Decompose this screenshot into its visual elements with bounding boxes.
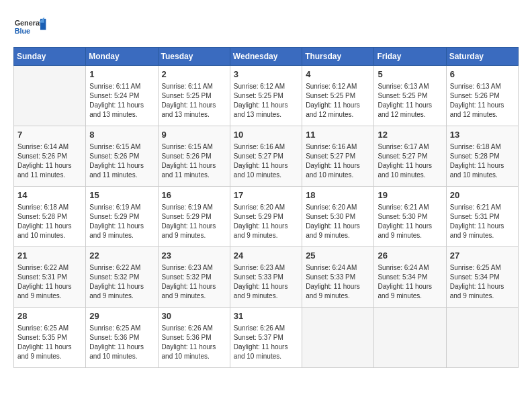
day-info: Sunrise: 6:25 AMSunset: 5:35 PMDaylight:… xyxy=(17,324,82,361)
day-info: Sunrise: 6:18 AMSunset: 5:28 PMDaylight:… xyxy=(17,203,82,240)
calendar-cell: 5Sunrise: 6:13 AMSunset: 5:25 PMDaylight… xyxy=(374,66,446,126)
day-number: 6 xyxy=(450,68,515,81)
day-number: 31 xyxy=(234,310,298,322)
day-number: 24 xyxy=(234,250,298,262)
weekday-header-tuesday: Tuesday xyxy=(158,48,230,66)
calendar-cell: 13Sunrise: 6:18 AMSunset: 5:28 PMDayligh… xyxy=(446,126,518,187)
weekday-header-friday: Friday xyxy=(374,48,446,66)
day-number: 9 xyxy=(162,129,226,141)
day-number: 1 xyxy=(89,68,154,81)
calendar-cell: 26Sunrise: 6:24 AMSunset: 5:34 PMDayligh… xyxy=(374,247,446,308)
day-info: Sunrise: 6:23 AMSunset: 5:33 PMDaylight:… xyxy=(234,263,298,301)
logo-icon: General Blue xyxy=(13,13,47,40)
page-header: General Blue xyxy=(13,13,519,40)
weekday-header-saturday: Saturday xyxy=(446,48,518,66)
day-number: 20 xyxy=(450,189,515,201)
day-info: Sunrise: 6:26 AMSunset: 5:37 PMDaylight:… xyxy=(234,324,298,361)
day-info: Sunrise: 6:13 AMSunset: 5:25 PMDaylight:… xyxy=(378,82,442,120)
day-info: Sunrise: 6:20 AMSunset: 5:29 PMDaylight:… xyxy=(234,203,298,240)
day-number: 26 xyxy=(378,250,442,262)
weekday-header-wednesday: Wednesday xyxy=(230,48,302,66)
day-number: 22 xyxy=(89,250,154,262)
day-number: 2 xyxy=(162,68,226,81)
day-number: 15 xyxy=(89,189,154,201)
weekday-header-monday: Monday xyxy=(86,48,158,66)
day-info: Sunrise: 6:12 AMSunset: 5:25 PMDaylight:… xyxy=(234,82,298,120)
calendar-cell: 3Sunrise: 6:12 AMSunset: 5:25 PMDaylight… xyxy=(230,66,302,126)
calendar-cell xyxy=(446,308,518,368)
calendar-cell: 22Sunrise: 6:22 AMSunset: 5:32 PMDayligh… xyxy=(86,247,158,308)
calendar-cell: 8Sunrise: 6:15 AMSunset: 5:26 PMDaylight… xyxy=(86,126,158,187)
calendar-cell: 1Sunrise: 6:11 AMSunset: 5:24 PMDaylight… xyxy=(86,66,158,126)
day-number: 28 xyxy=(17,310,82,322)
calendar-cell: 27Sunrise: 6:25 AMSunset: 5:34 PMDayligh… xyxy=(446,247,518,308)
logo: General Blue xyxy=(13,13,47,40)
weekday-header-thursday: Thursday xyxy=(302,48,374,66)
day-number: 25 xyxy=(306,250,370,262)
day-info: Sunrise: 6:17 AMSunset: 5:27 PMDaylight:… xyxy=(378,142,442,180)
calendar-cell: 25Sunrise: 6:24 AMSunset: 5:33 PMDayligh… xyxy=(302,247,374,308)
calendar-table: SundayMondayTuesdayWednesdayThursdayFrid… xyxy=(13,47,519,368)
calendar-cell: 24Sunrise: 6:23 AMSunset: 5:33 PMDayligh… xyxy=(230,247,302,308)
day-number: 11 xyxy=(306,129,370,141)
day-info: Sunrise: 6:16 AMSunset: 5:27 PMDaylight:… xyxy=(234,142,298,180)
calendar-cell: 28Sunrise: 6:25 AMSunset: 5:35 PMDayligh… xyxy=(14,308,86,368)
day-info: Sunrise: 6:11 AMSunset: 5:25 PMDaylight:… xyxy=(162,82,226,120)
weekday-header-sunday: Sunday xyxy=(14,48,86,66)
day-info: Sunrise: 6:25 AMSunset: 5:36 PMDaylight:… xyxy=(89,324,154,361)
day-info: Sunrise: 6:19 AMSunset: 5:29 PMDaylight:… xyxy=(162,203,226,240)
calendar-cell: 11Sunrise: 6:16 AMSunset: 5:27 PMDayligh… xyxy=(302,126,374,187)
day-number: 8 xyxy=(89,129,154,141)
calendar-cell: 14Sunrise: 6:18 AMSunset: 5:28 PMDayligh… xyxy=(14,187,86,247)
calendar-cell: 4Sunrise: 6:12 AMSunset: 5:25 PMDaylight… xyxy=(302,66,374,126)
day-number: 29 xyxy=(89,310,154,322)
day-number: 21 xyxy=(17,250,82,262)
day-number: 7 xyxy=(17,129,82,141)
day-number: 30 xyxy=(162,310,226,322)
day-info: Sunrise: 6:23 AMSunset: 5:32 PMDaylight:… xyxy=(162,263,226,301)
calendar-cell: 23Sunrise: 6:23 AMSunset: 5:32 PMDayligh… xyxy=(158,247,230,308)
day-info: Sunrise: 6:15 AMSunset: 5:26 PMDaylight:… xyxy=(162,142,226,180)
day-info: Sunrise: 6:24 AMSunset: 5:33 PMDaylight:… xyxy=(306,263,370,301)
day-info: Sunrise: 6:19 AMSunset: 5:29 PMDaylight:… xyxy=(89,203,154,240)
calendar-cell xyxy=(14,66,86,126)
day-info: Sunrise: 6:16 AMSunset: 5:27 PMDaylight:… xyxy=(306,142,370,180)
day-number: 19 xyxy=(378,189,442,201)
day-number: 18 xyxy=(306,189,370,201)
day-info: Sunrise: 6:26 AMSunset: 5:36 PMDaylight:… xyxy=(162,324,226,361)
day-info: Sunrise: 6:22 AMSunset: 5:31 PMDaylight:… xyxy=(17,263,82,301)
day-number: 10 xyxy=(234,129,298,141)
calendar-cell: 18Sunrise: 6:20 AMSunset: 5:30 PMDayligh… xyxy=(302,187,374,247)
day-info: Sunrise: 6:22 AMSunset: 5:32 PMDaylight:… xyxy=(89,263,154,301)
day-info: Sunrise: 6:18 AMSunset: 5:28 PMDaylight:… xyxy=(450,142,515,180)
day-number: 27 xyxy=(450,250,515,262)
day-info: Sunrise: 6:11 AMSunset: 5:24 PMDaylight:… xyxy=(89,82,154,120)
day-info: Sunrise: 6:15 AMSunset: 5:26 PMDaylight:… xyxy=(89,142,154,180)
calendar-cell: 12Sunrise: 6:17 AMSunset: 5:27 PMDayligh… xyxy=(374,126,446,187)
svg-text:Blue: Blue xyxy=(15,27,30,35)
calendar-cell: 20Sunrise: 6:21 AMSunset: 5:31 PMDayligh… xyxy=(446,187,518,247)
calendar-cell: 7Sunrise: 6:14 AMSunset: 5:26 PMDaylight… xyxy=(14,126,86,187)
calendar-cell: 30Sunrise: 6:26 AMSunset: 5:36 PMDayligh… xyxy=(158,308,230,368)
day-number: 12 xyxy=(378,129,442,141)
day-number: 13 xyxy=(450,129,515,141)
day-number: 17 xyxy=(234,189,298,201)
calendar-cell: 31Sunrise: 6:26 AMSunset: 5:37 PMDayligh… xyxy=(230,308,302,368)
day-number: 23 xyxy=(162,250,226,262)
calendar-cell: 2Sunrise: 6:11 AMSunset: 5:25 PMDaylight… xyxy=(158,66,230,126)
day-number: 3 xyxy=(234,68,298,81)
calendar-cell: 19Sunrise: 6:21 AMSunset: 5:30 PMDayligh… xyxy=(374,187,446,247)
calendar-cell: 6Sunrise: 6:13 AMSunset: 5:26 PMDaylight… xyxy=(446,66,518,126)
calendar-cell xyxy=(374,308,446,368)
calendar-cell: 29Sunrise: 6:25 AMSunset: 5:36 PMDayligh… xyxy=(86,308,158,368)
day-number: 16 xyxy=(162,189,226,201)
calendar-cell: 16Sunrise: 6:19 AMSunset: 5:29 PMDayligh… xyxy=(158,187,230,247)
day-info: Sunrise: 6:13 AMSunset: 5:26 PMDaylight:… xyxy=(450,82,515,120)
day-number: 5 xyxy=(378,68,442,81)
calendar-cell xyxy=(302,308,374,368)
day-info: Sunrise: 6:25 AMSunset: 5:34 PMDaylight:… xyxy=(450,263,515,301)
day-info: Sunrise: 6:12 AMSunset: 5:25 PMDaylight:… xyxy=(306,82,370,120)
day-number: 4 xyxy=(306,68,370,81)
day-info: Sunrise: 6:24 AMSunset: 5:34 PMDaylight:… xyxy=(378,263,442,301)
day-number: 14 xyxy=(17,189,82,201)
